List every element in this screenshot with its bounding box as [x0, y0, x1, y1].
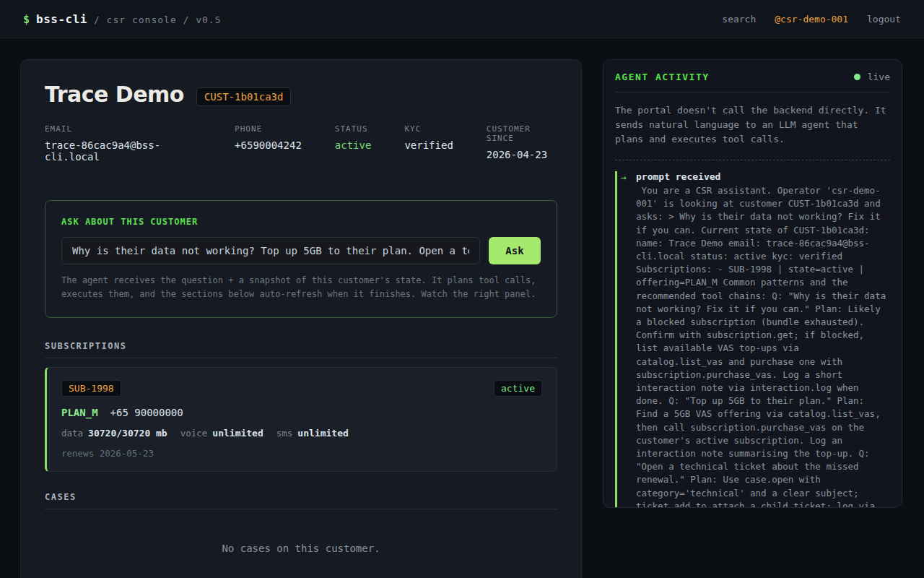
customer-id-badge: CUST-1b01ca3d: [196, 87, 292, 106]
ask-input[interactable]: [61, 237, 480, 264]
subscriptions-header: SUBSCRIPTIONS: [45, 341, 557, 358]
ask-helper-text: The agent receives the question + a snap…: [61, 274, 541, 301]
customer-panel: Trace Demo CUST-1b01ca3d EMAIL trace-86c…: [20, 59, 582, 578]
field-phone: PHONE +6590004242: [235, 124, 302, 163]
app-name: bss-cli: [36, 12, 87, 26]
field-label: CUSTOMER SINCE: [487, 124, 557, 143]
ask-section-title: ASK ABOUT THIS CUSTOMER: [61, 217, 541, 227]
subscription-card: SUB-1998 active PLAN_M +65 90000000 data…: [45, 367, 557, 472]
field-value: +6590004242: [235, 139, 302, 151]
customer-details: EMAIL trace-86cac9a4@bss-cli.local PHONE…: [45, 124, 557, 163]
dashed-divider: [615, 160, 890, 160]
sms-usage-label: sms: [276, 428, 293, 439]
subscription-status-badge: active: [494, 380, 542, 397]
operator-handle[interactable]: @csr-demo-001: [775, 14, 848, 25]
field-value: verified: [404, 139, 453, 151]
subscription-msisdn: +65 90000000: [110, 407, 183, 418]
cases-header: CASES: [45, 492, 557, 509]
ask-section: ASK ABOUT THIS CUSTOMER Ask The agent re…: [45, 200, 557, 318]
top-nav: search @csr-demo-001 logout: [722, 14, 901, 25]
field-status: STATUS active: [335, 124, 372, 163]
plan-code: PLAN_M: [61, 407, 98, 418]
field-label: KYC: [404, 124, 453, 134]
agent-intro-text: The portal doesn't call the backend dire…: [615, 103, 890, 147]
data-usage-label: data: [61, 428, 83, 439]
log-entry-body: You are a CSR assistant. Operator 'csr-d…: [636, 184, 890, 508]
divider: [615, 92, 890, 92]
field-email: EMAIL trace-86cac9a4@bss-cli.local: [45, 124, 201, 163]
data-usage-value: 30720/30720 mb: [88, 428, 167, 439]
live-indicator: live: [854, 72, 890, 82]
logout-link[interactable]: logout: [867, 14, 901, 25]
customer-name: Trace Demo: [45, 82, 184, 107]
log-entry-title: prompt received: [636, 171, 890, 182]
field-label: PHONE: [235, 124, 302, 134]
voice-usage-value: unlimited: [212, 428, 263, 439]
agent-activity-title: AGENT ACTIVITY: [615, 72, 710, 82]
arrow-right-icon: →: [621, 171, 636, 508]
status-badge: active: [335, 139, 372, 151]
live-label: live: [868, 72, 890, 82]
brand: $ bss-cli / csr console / v0.5: [23, 12, 222, 26]
log-entry-prompt-received: → prompt received You are a CSR assistan…: [615, 171, 890, 508]
voice-usage-label: voice: [180, 428, 208, 439]
ask-button[interactable]: Ask: [489, 237, 541, 264]
sms-usage-value: unlimited: [297, 428, 348, 439]
field-label: STATUS: [335, 124, 372, 134]
subscription-id-badge: SUB-1998: [61, 380, 121, 397]
live-dot-icon: [854, 74, 860, 80]
field-value: trace-86cac9a4@bss-cli.local: [45, 139, 201, 163]
terminal-prompt-icon: $: [23, 13, 30, 26]
agent-activity-panel: AGENT ACTIVITY live The portal doesn't c…: [603, 59, 902, 508]
field-kyc: KYC verified: [404, 124, 453, 163]
field-label: EMAIL: [45, 124, 201, 134]
field-value: 2026-04-23: [487, 149, 557, 160]
breadcrumb: / csr console / v0.5: [94, 14, 222, 25]
renewal-date: renews 2026-05-23: [61, 448, 542, 459]
search-link[interactable]: search: [722, 14, 756, 25]
top-bar: $ bss-cli / csr console / v0.5 search @c…: [0, 0, 924, 38]
cases-empty-state: No cases on this customer.: [45, 509, 557, 578]
field-customer-since: CUSTOMER SINCE 2026-04-23: [487, 124, 557, 163]
